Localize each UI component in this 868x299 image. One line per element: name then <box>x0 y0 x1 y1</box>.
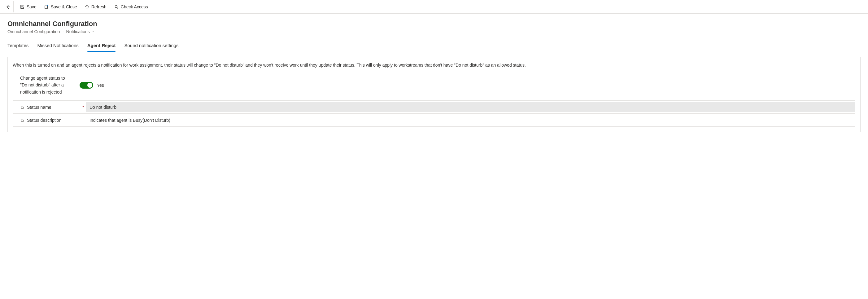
tab-sound-notification-settings[interactable]: Sound notification settings <box>124 40 178 52</box>
svg-rect-3 <box>45 6 48 8</box>
status-description-row: Status description Indicates that agent … <box>13 114 855 127</box>
field-rows: Status name * Do not disturb Status desc… <box>13 100 855 127</box>
svg-rect-2 <box>21 7 24 8</box>
arrow-left-icon <box>6 4 10 9</box>
change-status-toggle[interactable] <box>80 82 93 89</box>
lock-icon <box>20 118 25 122</box>
svg-rect-6 <box>21 107 24 109</box>
tab-list: Templates Missed Notifications Agent Rej… <box>0 36 868 52</box>
breadcrumb-entity: Omnichannel Configuration <box>7 29 60 34</box>
status-description-value: Indicates that agent is Busy(Don't Distu… <box>86 115 855 125</box>
status-name-row: Status name * Do not disturb <box>13 101 855 114</box>
command-bar: Save Save & Close Refresh Check Access <box>0 0 868 13</box>
status-name-label-cell: Status name <box>13 105 81 110</box>
toggle-label: Change agent status to "Do not disturb" … <box>20 75 70 95</box>
check-access-icon <box>114 4 119 9</box>
status-description-label-cell: Status description <box>13 118 81 123</box>
tab-missed-notifications[interactable]: Missed Notifications <box>37 40 79 52</box>
refresh-button[interactable]: Refresh <box>81 1 110 12</box>
check-access-button[interactable]: Check Access <box>110 1 152 12</box>
breadcrumb: Omnichannel Configuration · Notification… <box>7 29 861 34</box>
save-close-label: Save & Close <box>51 4 77 9</box>
lock-icon <box>20 105 25 109</box>
save-button[interactable]: Save <box>16 1 40 12</box>
page-header: Omnichannel Configuration Omnichannel Co… <box>0 13 868 36</box>
save-icon <box>20 4 25 9</box>
status-name-value: Do not disturb <box>86 102 855 112</box>
agent-reject-panel: When this is turned on and an agent reje… <box>7 57 861 132</box>
tab-agent-reject[interactable]: Agent Reject <box>87 40 116 52</box>
save-close-button[interactable]: Save & Close <box>40 1 81 12</box>
svg-rect-7 <box>21 120 24 121</box>
status-name-label: Status name <box>27 105 52 110</box>
svg-point-4 <box>115 5 117 7</box>
check-access-label: Check Access <box>121 4 148 9</box>
toggle-value-text: Yes <box>97 83 104 88</box>
page-title: Omnichannel Configuration <box>7 20 861 28</box>
chevron-down-icon <box>91 29 94 34</box>
breadcrumb-view-label: Notifications <box>66 29 90 34</box>
toggle-thumb <box>87 83 92 88</box>
refresh-label: Refresh <box>91 4 106 9</box>
save-label: Save <box>27 4 36 9</box>
back-button[interactable] <box>2 1 13 12</box>
required-indicator: * <box>81 105 86 110</box>
status-description-label: Status description <box>27 118 61 123</box>
breadcrumb-view-selector[interactable]: Notifications <box>66 29 94 34</box>
tab-templates[interactable]: Templates <box>7 40 29 52</box>
save-close-icon <box>44 4 49 9</box>
svg-point-5 <box>117 7 118 8</box>
toggle-control: Yes <box>80 82 104 89</box>
panel-description: When this is turned on and an agent reje… <box>13 62 855 68</box>
required-indicator-blank <box>81 118 86 123</box>
toggle-row: Change agent status to "Do not disturb" … <box>13 73 855 100</box>
breadcrumb-separator: · <box>63 29 64 34</box>
refresh-icon <box>85 4 90 9</box>
